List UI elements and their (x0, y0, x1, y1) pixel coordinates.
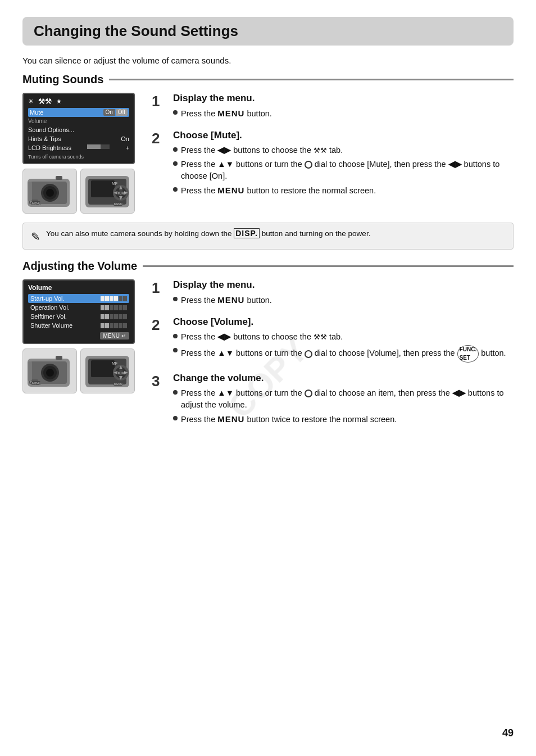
section-divider2 (143, 265, 514, 267)
muting-title: Muting Sounds (22, 73, 103, 86)
disp-word: DISP. (234, 228, 260, 238)
vol-step1-bullet1-text: Press the MENU button. (181, 294, 272, 306)
step2-bullets: Press the ◀▶ buttons to choose the ⚒⚒ ta… (173, 144, 514, 197)
vol-camera-left-img: DISP MENU (22, 348, 77, 393)
bullet-dot (173, 187, 178, 192)
op-bar5 (119, 305, 122, 310)
bullet-dot (173, 297, 178, 301)
svg-rect-32 (56, 356, 62, 360)
svg-rect-8 (28, 182, 32, 201)
vol-step3-title: Change the volume. (173, 373, 514, 384)
step2-title: Choose [Mute]. (173, 130, 514, 141)
vol-step3-number: 3 (152, 374, 167, 428)
star-tab-icon: ★ (56, 98, 62, 105)
volume-step-section: Volume Start-up Vol. Operation Vol. (22, 279, 514, 436)
hints-row: Hints & Tips On (28, 134, 129, 143)
camera-right-img: MF FUNC MENU (80, 169, 135, 214)
vol-step2-bullet1: Press the ◀▶ buttons to choose the ⚒⚒ ta… (173, 331, 514, 343)
lr-arrows2: ◀▶ (448, 159, 462, 170)
mute-row: Mute On Off (28, 108, 129, 117)
menu-back-tag: MENU ↵ (100, 332, 129, 339)
menu-footer-note: Turns off camera sounds (28, 154, 129, 160)
op-bar3 (110, 305, 113, 310)
selftimer-vol-label: Selftimer Vol. (30, 313, 67, 320)
page-title-box: Changing the Sound Settings (22, 17, 514, 46)
volume-section-label: Volume (28, 118, 47, 124)
ud-arrows2: ▲▼ (217, 347, 234, 359)
step1-title: Display the menu. (173, 93, 514, 104)
op-bars (101, 305, 127, 310)
vol-step1-title: Display the menu. (173, 279, 514, 291)
vol-step1: 1 Display the menu. Press the MENU butto… (152, 279, 514, 309)
note-text: You can also mute camera sounds by holdi… (46, 229, 370, 238)
op-bar2 (105, 305, 109, 310)
shutter-vol-label: Shutter Volume (30, 322, 72, 329)
step1-content: Display the menu. Press the MENU button. (173, 93, 514, 122)
volume-title: Adjusting the Volume (22, 260, 137, 273)
svg-text:MENU: MENU (32, 202, 40, 205)
vol-step3-content: Change the volume. Press the ▲▼ buttons … (173, 373, 514, 428)
shutter-vol-row: Shutter Volume (28, 321, 129, 330)
ud-arrows: ▲▼ (217, 159, 234, 170)
vol-step2: 2 Choose [Volume]. Press the ◀▶ buttons … (152, 316, 514, 365)
self-bar3 (110, 314, 113, 319)
self-bar2 (105, 314, 109, 319)
lcd-plus: + (126, 144, 129, 151)
vol-camera-right-img: MF FUNC MENU (80, 348, 135, 393)
svg-text:MENU: MENU (114, 202, 122, 206)
mute-label: Mute (30, 109, 43, 116)
dial-icon2 (305, 350, 312, 358)
func-set-btn: FUNC.SET (457, 345, 479, 363)
bullet-dot (173, 334, 178, 338)
lr-arrows3: ◀▶ (217, 331, 231, 343)
back-arrow: ↵ (121, 333, 126, 339)
lr-arrows: ◀▶ (217, 144, 231, 156)
muting-step1: 1 Display the menu. Press the MENU butto… (152, 93, 514, 122)
op-bar1 (101, 305, 105, 310)
lr-arrows4: ◀▶ (452, 387, 466, 399)
shutter-bar4 (114, 323, 118, 328)
self-bar6 (123, 314, 127, 319)
volume-label-row: Volume (28, 117, 129, 125)
self-bar5 (119, 314, 122, 319)
volume-section-header: Adjusting the Volume (22, 260, 514, 273)
svg-text:MENU: MENU (32, 382, 40, 385)
step1-bullets: Press the MENU button. (173, 107, 514, 120)
vol-step3: 3 Change the volume. Press the ▲▼ button… (152, 373, 514, 428)
vol-step3-bullet1: Press the ▲▼ buttons or turn the dial to… (173, 387, 514, 411)
step2-bullet2: Press the ▲▼ buttons or turn the dial to… (173, 159, 514, 182)
svg-rect-33 (28, 361, 32, 381)
on-btn: On (103, 109, 115, 116)
vol-step3-bullets: Press the ▲▼ buttons or turn the dial to… (173, 387, 514, 425)
on-off-toggle: On Off (103, 109, 128, 116)
vol-step2-title: Choose [Volume]. (173, 316, 514, 328)
svg-point-4 (46, 189, 54, 197)
menu-word3: MENU (217, 295, 244, 305)
operation-vol-row: Operation Vol. (28, 303, 129, 312)
muting-step2: 2 Choose [Mute]. Press the ◀▶ buttons to… (152, 130, 514, 199)
bar2 (105, 296, 109, 301)
menu-word2: MENU (217, 185, 244, 195)
step2-bullet2-text: Press the ▲▼ buttons or turn the dial to… (181, 159, 514, 182)
muting-section-header: Muting Sounds (22, 73, 514, 86)
muting-camera-row: DISP MENU MF (22, 169, 140, 214)
op-bar4 (114, 305, 118, 310)
step1-bullet1-text: Press the MENU button. (181, 107, 272, 120)
vol-step1-bullets: Press the MENU button. (173, 294, 514, 306)
svg-text:FUNC: FUNC (118, 372, 126, 375)
self-bar4 (114, 314, 118, 319)
svg-rect-7 (56, 176, 62, 180)
selftimer-vol-row: Selftimer Vol. (28, 312, 129, 321)
bullet-dot (173, 110, 178, 115)
muting-step-section: ☀ ⚒⚒ ★ Mute On Off Volume Sound Options.… (22, 93, 514, 214)
svg-text:MF: MF (112, 182, 117, 185)
volume-screenshots: Volume Start-up Vol. Operation Vol. (22, 279, 140, 436)
self-bars (101, 314, 127, 319)
vol-step1-number: 1 (152, 280, 167, 309)
step2-bullet3: Press the MENU button to restore the nor… (173, 184, 514, 197)
op-bar6 (123, 305, 127, 310)
shutter-bar6 (123, 323, 127, 328)
step1-bullet1: Press the MENU button. (173, 107, 514, 120)
dial-icon3 (305, 390, 312, 397)
menu-back-label: MENU (103, 333, 120, 339)
